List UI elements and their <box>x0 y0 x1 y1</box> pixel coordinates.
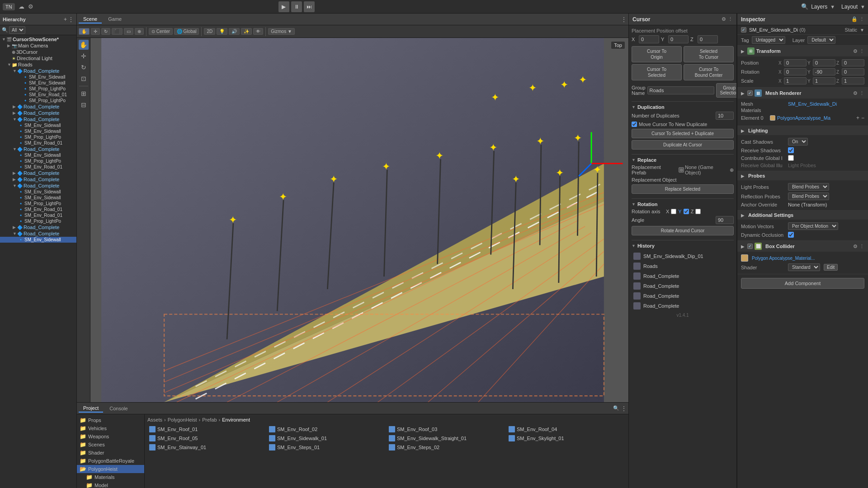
proj-folder-vehicles[interactable]: 📁Vehicles <box>77 424 144 432</box>
history-item-road-complete-2[interactable]: Road_Complete <box>632 281 734 291</box>
tree-item-road-complete-1[interactable]: ▼ 🔷 Road_Complete <box>0 68 76 74</box>
view-btn[interactable]: 👁 <box>253 28 263 35</box>
scale-tool-btn[interactable]: ⬛ <box>112 28 123 35</box>
proj-folder-scenes[interactable]: 📁Scenes <box>77 441 144 449</box>
mesh-renderer-menu-icon[interactable]: ⋮ <box>859 90 864 96</box>
proj-item-sidewalk01[interactable]: SM_Env_Sidewalk_01 <box>267 434 386 442</box>
proj-folder-polygon-battle[interactable]: 📁PolygonBattleRoyale <box>77 457 144 465</box>
receive-shadows-check[interactable] <box>788 147 794 153</box>
move-tool-sidebar[interactable]: ✛ <box>79 51 89 61</box>
remove-material-icon[interactable]: − <box>861 115 864 121</box>
tree-item-road-complete-2[interactable]: ▶ 🔷 Road_Complete <box>0 103 76 110</box>
mesh-renderer-settings-icon[interactable]: ⚙ <box>853 90 858 96</box>
rotate-tool-sidebar[interactable]: ↻ <box>79 62 89 72</box>
tab-game[interactable]: Game <box>104 15 126 23</box>
tree-item-road-complete-7[interactable]: ▶ 🔷 Road_Complete <box>0 176 76 183</box>
light-btn[interactable]: 💡 <box>217 28 227 35</box>
tree-item-sm-sidewall-7[interactable]: 🔹 SM_Env_Sidewall <box>0 195 76 201</box>
replace-selected-btn[interactable]: Replace Selected <box>632 184 734 194</box>
layout-dropdown-icon[interactable]: ▼ <box>860 4 865 9</box>
cloud-icon[interactable]: ☁ <box>19 3 24 10</box>
tree-item-sm-prop-light-3[interactable]: 🔹 SM_Prop_LightPo <box>0 134 76 140</box>
hierarchy-search-icon[interactable]: 🔍 <box>2 27 8 33</box>
tree-item-sm-sidewall-2[interactable]: 🔹 SM_Env_Sidewall <box>0 80 76 86</box>
proj-item-steps01[interactable]: SM_Env_Steps_01 <box>267 443 386 451</box>
gizmos-btn[interactable]: Gizmos ▼ <box>268 28 295 35</box>
hierarchy-menu-icon[interactable]: ⋮ <box>68 16 74 23</box>
tab-console[interactable]: Console <box>105 405 132 412</box>
tree-item-sm-prop-light-1[interactable]: 🔹 SM_Prop_LightPo <box>0 86 76 92</box>
rotation-section-header[interactable]: ▼ Rotation <box>632 202 734 207</box>
tag-dropdown[interactable]: Untagged <box>752 36 785 44</box>
transform-settings-icon[interactable]: ⚙ <box>853 48 858 54</box>
snap-tool-sidebar[interactable]: ⊞ <box>79 89 89 99</box>
hierarchy-add-icon[interactable]: + <box>64 16 67 23</box>
replace-section-header[interactable]: ▼ Replace <box>632 157 734 163</box>
z-offset-input[interactable] <box>698 35 718 43</box>
2d-btn[interactable]: 2D <box>204 28 215 35</box>
duplication-section-header[interactable]: ▼ Duplication <box>632 104 734 110</box>
rot-z-input[interactable] <box>842 68 864 75</box>
rotate-around-cursor-btn[interactable]: Rotate Around Cursor <box>632 226 734 235</box>
proj-folder-model[interactable]: 📁Model <box>77 481 144 488</box>
material-val[interactable]: PolygonApocalypse_Ma <box>777 115 854 121</box>
tree-item-road-complete-5[interactable]: ▼ 🔷 Road_Complete <box>0 146 76 152</box>
tree-item-main-camera[interactable]: ▶ 📷 Main Camera <box>0 42 76 49</box>
proj-folder-shader[interactable]: 📁Shader <box>77 449 144 457</box>
rot-x-input[interactable] <box>784 68 807 75</box>
history-section-header[interactable]: ▼ History <box>632 243 734 249</box>
move-cursor-checkbox[interactable] <box>632 122 637 127</box>
tree-item-road-complete-10[interactable]: ▼ 🔷 Road_Complete <box>0 230 76 237</box>
cursor-to-selected-duplicate-btn[interactable]: Cursor To Selected + Duplicate <box>632 129 734 138</box>
shader-edit-btn[interactable]: Edit <box>824 264 838 271</box>
cursor-to-bound-center-btn[interactable]: Cursor ToBound Center <box>684 64 734 80</box>
contrib-gi-check[interactable] <box>788 155 794 161</box>
tree-item-cursorshoescene[interactable]: ▼ 🎬 CursorShowScene* <box>0 36 76 42</box>
tree-item-sm-road-1[interactable]: 🔹 SM_Env_Road_01 <box>0 92 76 98</box>
tree-item-sm-sidewall-5[interactable]: 🔹 SM_Env_Sidewall <box>0 152 76 158</box>
box-collider-settings-icon[interactable]: ⚙ <box>853 244 858 249</box>
proj-item-roof03[interactable]: SM_Env_Roof_03 <box>387 425 506 433</box>
proj-item-skylight[interactable]: SM_Env_Skylight_01 <box>507 434 626 442</box>
tree-item-sm-sidewall-4[interactable]: 🔹 SM_Env_Sidewall <box>0 128 76 134</box>
layer-dropdown[interactable]: Default <box>807 36 835 44</box>
tree-item-sm-road-4[interactable]: 🔹 SM_Env_Road_01 <box>0 206 76 212</box>
proj-item-roof02[interactable]: SM_Env_Roof_02 <box>267 425 386 433</box>
tree-item-sm-sidewall-selected[interactable]: 🔹 SM_Env_Sidewall <box>0 237 76 243</box>
hierarchy-all-select[interactable]: All <box>9 26 25 34</box>
dynamic-occlusion-check[interactable] <box>788 232 794 238</box>
audio-btn[interactable]: 🔊 <box>229 28 240 35</box>
transform-tool-btn[interactable]: ⊕ <box>135 28 144 35</box>
tab-project[interactable]: Project <box>79 404 103 413</box>
tree-item-sm-prop-light-5[interactable]: 🔹 SM_Prop_LightPo <box>0 201 76 206</box>
breadcrumb-assets[interactable]: Assets <box>147 417 162 422</box>
proj-search-icon[interactable]: 🔍 <box>613 405 619 411</box>
tree-item-3dcursor[interactable]: ⊕ 3DCursor <box>0 49 76 55</box>
lighting-header[interactable]: ▶ Lighting <box>737 126 868 135</box>
proj-folder-polygon-heist[interactable]: 📂PolygonHeist <box>77 465 144 473</box>
tree-item-sm-prop-light-2[interactable]: 🔹 SM_Prop_LightPo <box>0 98 76 103</box>
additional-settings-header[interactable]: ▶ Additional Settings <box>737 211 868 220</box>
tree-item-sm-sidewall-6[interactable]: 🔹 SM_Env_Sidewall <box>0 189 76 195</box>
align-tool-sidebar[interactable]: ⊟ <box>79 100 89 110</box>
proj-item-steps02[interactable]: SM_Env_Steps_02 <box>387 443 506 451</box>
scene-view[interactable]: ✦ ✦ ✦ ✦ ✦ ✦ ✦ ✦ ✦ ✦ ✦ ✦ ✦ ✦ ✦ <box>77 38 628 402</box>
proj-item-roof05[interactable]: SM_Env_Roof_05 <box>147 434 266 442</box>
group-name-input[interactable] <box>647 86 714 94</box>
selected-to-cursor-btn[interactable]: SelectedTo Cursor <box>684 46 734 62</box>
tree-item-sm-sidewall-3[interactable]: 🔹 SM_Env_Sidewall <box>0 122 76 128</box>
proj-folder-weapons[interactable]: 📁Weapons <box>77 432 144 441</box>
duplicate-at-cursor-btn[interactable]: Duplicate At Cursor <box>632 140 734 150</box>
num-duplicates-input[interactable] <box>716 112 734 120</box>
box-collider-checkbox[interactable]: ✓ <box>747 244 753 249</box>
proj-folder-props[interactable]: 📁Props <box>77 416 144 424</box>
proj-menu-icon[interactable]: ⋮ <box>621 405 627 412</box>
history-item-roads[interactable]: Roads <box>632 261 734 271</box>
hand-tool-sidebar[interactable]: ✋ <box>79 40 89 50</box>
history-item-road-complete-4[interactable]: Road_Complete <box>632 301 734 311</box>
pause-button[interactable]: ⏸ <box>291 1 302 12</box>
history-item-road-complete-3[interactable]: Road_Complete <box>632 291 734 301</box>
pos-z-input[interactable] <box>842 59 864 66</box>
cast-shadows-dropdown[interactable]: On <box>788 138 808 145</box>
transform-header[interactable]: ▶ ⊞ Transform ⚙ ⋮ <box>737 46 868 56</box>
